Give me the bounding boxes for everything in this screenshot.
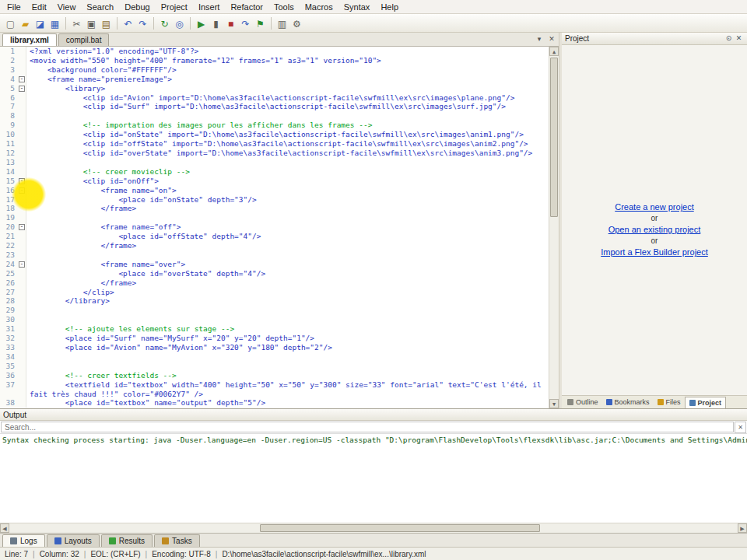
code-text: <?xml version="1.0" encoding="UTF-8"?> bbox=[26, 47, 559, 56]
pin-icon[interactable]: ⊙ bbox=[724, 33, 734, 44]
line-number: 19 bbox=[0, 213, 17, 222]
horizontal-scroll-thumb[interactable] bbox=[260, 524, 540, 532]
cut-icon[interactable]: ✂ bbox=[69, 16, 84, 30]
menu-item-search[interactable]: Search bbox=[81, 1, 119, 13]
fold-toggle-icon[interactable]: - bbox=[19, 178, 25, 184]
refresh-icon[interactable]: ↻ bbox=[157, 16, 172, 30]
code-text: <frame name="premiereImage"> bbox=[26, 75, 559, 84]
panel-tab-label: Project bbox=[698, 399, 722, 407]
dock-tab-logs[interactable]: Logs bbox=[2, 534, 45, 547]
fold-toggle-icon[interactable]: - bbox=[19, 86, 25, 92]
dock-tab-results[interactable]: Results bbox=[101, 534, 153, 547]
menu-item-file[interactable]: File bbox=[2, 1, 26, 13]
fold-column: - bbox=[17, 260, 26, 269]
open-folder-icon[interactable]: ▰ bbox=[18, 16, 33, 30]
close-document-icon[interactable]: ✕ bbox=[546, 34, 557, 45]
panel-tab-bookmarks[interactable]: Bookmarks bbox=[602, 397, 654, 408]
vertical-scroll-thumb[interactable] bbox=[550, 58, 558, 217]
save-icon[interactable]: ◪ bbox=[33, 16, 47, 30]
panel-tab-project[interactable]: Project bbox=[685, 397, 727, 408]
fold-toggle-icon[interactable]: - bbox=[19, 76, 25, 82]
code-line: 16- <frame name="on"> bbox=[0, 186, 559, 195]
save-all-icon[interactable]: ▦ bbox=[47, 16, 62, 30]
line-number: 17 bbox=[0, 195, 17, 205]
line-number: 29 bbox=[0, 306, 17, 315]
fold-column bbox=[17, 343, 26, 352]
editor-vertical-scrollbar[interactable]: ▲ ▼ bbox=[549, 47, 559, 408]
document-tab-library.xml[interactable]: library.xml bbox=[2, 33, 57, 46]
panels-icon[interactable]: ▥ bbox=[275, 16, 289, 30]
scroll-right-icon[interactable]: ▶ bbox=[738, 523, 747, 533]
tab-list-icon[interactable]: ▾ bbox=[534, 34, 545, 45]
code-text bbox=[26, 352, 559, 362]
scroll-left-icon[interactable]: ◀ bbox=[0, 523, 9, 533]
output-horizontal-scrollbar[interactable]: ◀ ▶ bbox=[0, 523, 747, 533]
search-clear-icon[interactable]: ✕ bbox=[735, 422, 746, 433]
redo-icon[interactable]: ↷ bbox=[135, 16, 150, 30]
code-editor[interactable]: 1<?xml version="1.0" encoding="UTF-8"?>2… bbox=[0, 47, 559, 408]
menu-item-project[interactable]: Project bbox=[156, 1, 193, 13]
pause-icon[interactable]: ▮ bbox=[209, 16, 223, 30]
code-text: </library> bbox=[26, 296, 559, 306]
fold-toggle-icon[interactable]: - bbox=[19, 261, 25, 268]
menu-item-view[interactable]: View bbox=[52, 1, 82, 13]
code-area: 1<?xml version="1.0" encoding="UTF-8"?>2… bbox=[0, 47, 559, 408]
link-create-a-new-project[interactable]: Create a new project bbox=[615, 202, 694, 212]
search-icon[interactable]: ◎ bbox=[172, 16, 187, 30]
menu-item-edit[interactable]: Edit bbox=[26, 1, 52, 13]
line-number: 28 bbox=[0, 296, 17, 306]
panel-tab-outline[interactable]: Outline bbox=[563, 397, 602, 408]
code-line: 22 </frame> bbox=[0, 241, 559, 250]
scroll-up-icon[interactable]: ▲ bbox=[549, 47, 559, 56]
stop-icon[interactable]: ■ bbox=[223, 16, 238, 30]
step-over-icon[interactable]: ↷ bbox=[238, 16, 253, 30]
code-text: <frame name="on"> bbox=[26, 186, 559, 195]
code-text: <textfield id="textbox" width="400" heig… bbox=[26, 380, 559, 399]
menu-item-help[interactable]: Help bbox=[375, 1, 404, 13]
menu-item-syntax[interactable]: Syntax bbox=[338, 1, 376, 13]
menu-item-tools[interactable]: Tools bbox=[268, 1, 300, 13]
menu-bar: FileEditViewSearchDebugProjectInsertRefa… bbox=[0, 0, 747, 14]
code-text: <frame name="off"> bbox=[26, 222, 559, 232]
line-number: 30 bbox=[0, 315, 17, 324]
dock-tab-tasks[interactable]: Tasks bbox=[154, 534, 200, 547]
line-number: 35 bbox=[0, 362, 17, 371]
scroll-down-icon[interactable]: ▼ bbox=[549, 399, 559, 408]
run-icon[interactable]: ▶ bbox=[194, 16, 209, 30]
project-panel-text: or bbox=[651, 214, 658, 222]
code-line: 23 bbox=[0, 250, 559, 260]
line-number: 16 bbox=[0, 186, 17, 195]
copy-icon[interactable]: ▣ bbox=[84, 16, 99, 30]
fold-toggle-icon[interactable]: - bbox=[19, 187, 25, 194]
new-document-icon[interactable]: ▢ bbox=[3, 16, 18, 30]
fold-toggle-icon[interactable]: - bbox=[19, 224, 25, 230]
code-text: <place id="overState" depth="4"/> bbox=[26, 269, 559, 278]
code-text bbox=[26, 250, 559, 260]
code-line: 38 <place id="textbox" name="output" dep… bbox=[0, 398, 559, 408]
link-open-an-existing-project[interactable]: Open an existing project bbox=[608, 225, 701, 234]
dock-tab-layouts[interactable]: Layouts bbox=[47, 534, 100, 547]
fold-column bbox=[17, 241, 26, 250]
close-panel-icon[interactable]: ✕ bbox=[734, 33, 744, 44]
link-import-a-flex-builder-project[interactable]: Import a Flex Builder project bbox=[601, 247, 708, 257]
settings-gear-icon[interactable]: ⚙ bbox=[289, 16, 304, 30]
code-line: 27 </clip> bbox=[0, 288, 559, 297]
paste-icon[interactable]: ▤ bbox=[99, 16, 114, 30]
menu-item-macros[interactable]: Macros bbox=[300, 1, 338, 13]
panel-tab-files[interactable]: Files bbox=[654, 397, 685, 408]
code-line: 3 <background color="#FFFFFF"/> bbox=[0, 65, 559, 75]
menu-item-insert[interactable]: Insert bbox=[193, 1, 226, 13]
document-tab-compil.bat[interactable]: compil.bat bbox=[58, 33, 110, 46]
line-number: 2 bbox=[0, 56, 17, 65]
fold-column bbox=[17, 158, 26, 167]
fold-column bbox=[17, 139, 26, 149]
menu-item-debug[interactable]: Debug bbox=[119, 1, 155, 13]
menu-item-refactor[interactable]: Refactor bbox=[225, 1, 268, 13]
code-line: 10 <clip id="onState" import="D:\home\as… bbox=[0, 130, 559, 139]
results-icon bbox=[109, 537, 116, 544]
debug-flag-icon[interactable]: ⚑ bbox=[253, 16, 268, 30]
output-search-input[interactable] bbox=[1, 422, 734, 432]
status-eol: EOL: (CR+LF) bbox=[90, 550, 140, 558]
undo-icon[interactable]: ↶ bbox=[121, 16, 135, 30]
line-number: 8 bbox=[0, 111, 17, 121]
